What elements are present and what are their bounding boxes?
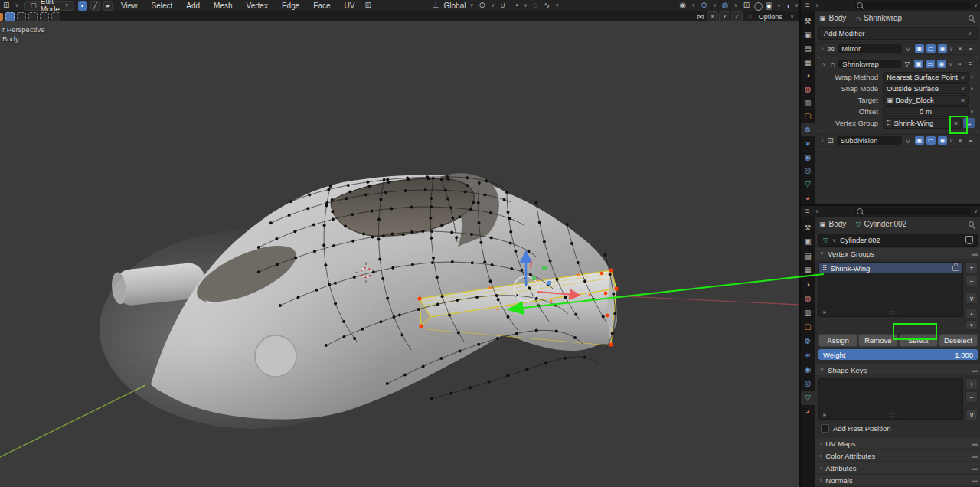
wrap-method-dropdown[interactable]: Nearest Surface Point ∨ <box>883 72 969 83</box>
target-field[interactable]: ▣ Body_Block × <box>883 95 969 106</box>
chevron-down-icon[interactable]: ∨ <box>973 2 978 8</box>
mirror-z-toggle[interactable]: Z <box>731 11 743 21</box>
filter-expand-icon[interactable]: ► <box>822 412 828 417</box>
display-editmode-icon[interactable]: ▣ <box>915 44 924 53</box>
select-button[interactable]: Select <box>899 334 938 347</box>
overlays-toggle-icon[interactable]: ◍ <box>720 2 730 9</box>
specials-menu-button[interactable]: ∨ <box>965 409 978 420</box>
display-render-icon[interactable]: ◉ <box>938 44 947 53</box>
pin-icon[interactable] <box>969 15 974 21</box>
object-tab-icon[interactable]: ▢ <box>801 320 815 335</box>
expand-icon[interactable]: › <box>821 138 824 143</box>
breadcrumb-active[interactable]: Shrinkwrap <box>864 14 902 22</box>
face-select-button[interactable]: ▰ <box>103 1 113 11</box>
gizmos-toggle-icon[interactable]: ⊕ <box>699 2 708 9</box>
modifier-name-field[interactable]: Subdivision <box>837 136 902 145</box>
expand-icon[interactable]: › <box>821 46 824 51</box>
collection-tab-icon[interactable]: ▥ <box>801 96 815 109</box>
panel-grip-icon[interactable]: ▬ <box>972 440 977 447</box>
vertex-groups-list[interactable]: ⠿ Shrink-Wing ► :::: <box>818 262 963 317</box>
select-mode-subtract[interactable] <box>28 12 38 21</box>
gizmo-plane-blue[interactable] <box>547 281 551 285</box>
particles-tab-icon[interactable]: ∗ <box>801 348 815 363</box>
visibility-icon[interactable]: ◉ <box>678 2 688 9</box>
modifiers-tab-icon[interactable]: ⚙ <box>801 123 815 137</box>
color-attributes-panel-header[interactable]: › Color Attributes ▬ <box>815 450 980 461</box>
editor-type-icon[interactable]: ≡ <box>804 208 812 215</box>
show-in-editmode-icon[interactable]: ▽ <box>903 136 913 145</box>
scene-tab-icon[interactable]: ◑ <box>801 277 815 292</box>
delete-modifier-icon[interactable]: × <box>955 60 964 68</box>
orientation-dropdown[interactable]: Global <box>444 2 466 10</box>
editor-type-icon[interactable]: ⊞ <box>2 2 11 9</box>
weight-slider[interactable]: Weight 1.000 <box>818 349 978 360</box>
panel-grip-icon[interactable]: ▬ <box>972 453 977 459</box>
delete-modifier-icon[interactable]: × <box>956 44 965 53</box>
menu-add[interactable]: Add <box>181 2 205 10</box>
show-in-editmode-icon[interactable]: ▽ <box>903 60 912 68</box>
remove-shape-key-button[interactable]: − <box>965 391 978 403</box>
snap-target-icon[interactable]: ⊸ <box>510 2 519 9</box>
physics-tab-icon[interactable]: ◉ <box>801 362 815 377</box>
frame-icon[interactable]: ⊞ <box>363 2 372 9</box>
remove-button[interactable]: Remove <box>858 334 897 347</box>
editor-type-icon[interactable]: ≡ <box>804 2 812 9</box>
panel-grip-icon[interactable]: ▬ <box>972 477 977 484</box>
display-realtime-icon[interactable]: ▭ <box>926 60 935 68</box>
options-dropdown[interactable]: Options <box>753 13 788 21</box>
physics-tab-icon[interactable]: ◉ <box>801 150 815 164</box>
breadcrumb-active[interactable]: Cylinder.002 <box>864 220 907 228</box>
shape-keys-panel-header[interactable]: ∨ Shape Keys ▬ <box>815 364 980 375</box>
gizmo-plane-green[interactable] <box>542 266 547 270</box>
filter-expand-icon[interactable]: ► <box>822 309 828 315</box>
xray-toggle-icon[interactable]: ⊞ <box>742 2 751 9</box>
deselect-button[interactable]: Deselect <box>939 334 978 347</box>
constraints-tab-icon[interactable]: ◎ <box>801 377 815 391</box>
animate-dot[interactable] <box>969 76 975 78</box>
solid-shading-icon[interactable]: ● <box>766 2 772 10</box>
vertex-select-button[interactable]: • <box>78 1 87 11</box>
output-tab-icon[interactable]: ▤ <box>801 41 815 55</box>
add-modifier-button[interactable]: Add Modifier ∨ <box>818 27 978 40</box>
display-editmode-icon[interactable]: ▣ <box>915 136 924 145</box>
world-tab-icon[interactable]: ◍ <box>801 83 815 96</box>
modifier-subdivision-row[interactable]: › ⊡ Subdivision ▽ ▣ ▭ ◉ ∨ × ≡ <box>818 134 978 147</box>
breadcrumb-object[interactable]: Body <box>829 220 847 228</box>
vertex-group-list-item[interactable]: ⠿ Shrink-Wing <box>819 263 962 273</box>
clear-target-icon[interactable]: × <box>961 96 965 104</box>
display-editmode-icon[interactable]: ▣ <box>914 60 923 68</box>
collapse-icon[interactable]: ∨ <box>822 61 827 67</box>
menu-vertex[interactable]: Vertex <box>241 2 273 10</box>
edge-select-button[interactable]: ╱ <box>90 1 100 11</box>
add-rest-position-checkbox[interactable] <box>821 424 829 433</box>
particles-tab-icon[interactable]: ∗ <box>801 136 815 150</box>
shape-keys-list[interactable]: ► :::: <box>818 378 963 420</box>
breadcrumb-object[interactable]: Body <box>829 14 847 22</box>
menu-uv[interactable]: UV <box>339 2 361 10</box>
fake-user-shield-icon[interactable] <box>965 236 973 244</box>
panel-grip-icon[interactable]: ▬ <box>972 367 977 374</box>
invert-vertex-group-button[interactable]: ↔ <box>963 118 975 128</box>
mirror-x-toggle[interactable]: X <box>707 11 718 21</box>
add-shape-key-button[interactable]: + <box>965 378 978 390</box>
viewport-3d[interactable] <box>0 0 799 487</box>
extras-menu-icon[interactable]: ∨ <box>949 46 954 52</box>
mode-dropdown[interactable]: ◻ Edit Mode ∨ <box>24 1 74 11</box>
search-input[interactable] <box>854 2 970 9</box>
data-tab-icon[interactable]: ▽ <box>801 178 815 191</box>
data-tab-icon[interactable]: ▽ <box>801 391 815 405</box>
drag-handle-icon[interactable]: ≡ <box>966 136 975 145</box>
proportional-edit-icon[interactable]: ◌ <box>531 2 539 9</box>
move-up-button[interactable]: ▲ <box>965 309 978 319</box>
modifier-shrinkwrap-row[interactable]: ∨ ∩ Shrinkwrap ▽ ▣ ▭ ◉ ∨ × ≡ <box>819 58 977 70</box>
search-input[interactable] <box>854 208 970 215</box>
material-shading-icon[interactable]: ◔ <box>775 2 781 10</box>
editor-chevron-icon[interactable]: ∨ <box>14 2 19 8</box>
specials-menu-button[interactable]: ∨ <box>965 293 978 304</box>
render-tab-icon[interactable]: ▣ <box>801 235 815 250</box>
extras-menu-icon[interactable]: ∨ <box>948 61 953 67</box>
menu-face[interactable]: Face <box>308 2 335 10</box>
vertex-group-field[interactable]: ⠿ Shrink-Wing × <box>883 118 962 129</box>
pin-icon[interactable] <box>969 221 974 227</box>
wireframe-shading-icon[interactable]: ◯ <box>754 2 763 10</box>
